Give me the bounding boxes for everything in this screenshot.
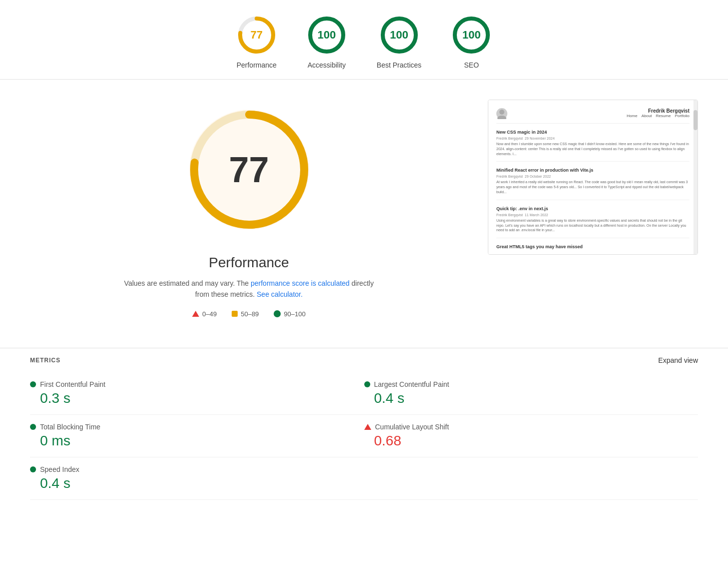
screenshot-header-right: Fredrik Bergqvist Home About Resume Port…: [627, 108, 689, 118]
screenshot-panel: Fredrik Bergqvist Home About Resume Port…: [488, 100, 698, 255]
svg-point-11: [499, 110, 504, 115]
blog-post-text-0: Now and then I stumble upon some new CSS…: [496, 142, 689, 156]
metric-si-icon: [30, 466, 36, 472]
metric-lcp-icon: [364, 381, 370, 387]
metric-tbt-value: 0 ms: [30, 433, 364, 449]
metric-cls-value: 0.68: [364, 433, 698, 449]
blog-post-1: Minified React error in production with …: [496, 168, 689, 200]
metric-tbt-header: Total Blocking Time: [30, 423, 364, 431]
score-circle-best-practices: 100: [379, 15, 419, 55]
metric-lcp-value: 0.4 s: [364, 390, 698, 406]
legend: 0–49 50–89 90–100: [192, 310, 305, 318]
blog-post-text-2: Using environment variables is a great w…: [496, 218, 689, 233]
score-value-seo: 100: [462, 29, 481, 42]
metric-si-label: Speed Index: [40, 465, 80, 473]
metric-fcp-header: First Contentful Paint: [30, 380, 364, 388]
legend-icon-orange: [232, 311, 238, 317]
blog-post-title-0: New CSS magic in 2024: [496, 130, 689, 135]
metric-si-header: Speed Index: [30, 465, 364, 473]
blog-post-text-1: At work I inherited a really old website…: [496, 180, 689, 194]
score-value-accessibility: 100: [317, 29, 336, 42]
legend-label-orange: 50–89: [241, 310, 259, 318]
main-content: 77 Performance Values are estimated and …: [0, 80, 728, 338]
see-calculator-link[interactable]: See calculator.: [257, 290, 303, 298]
metric-tbt-icon: [30, 424, 36, 430]
blog-post-title-1: Minified React error in production with …: [496, 168, 689, 173]
metric-tbt-label: Total Blocking Time: [40, 423, 101, 431]
legend-icon-red: [192, 311, 199, 317]
blog-post-2: Quick tip: .env in next.js Fredrik Bergq…: [496, 206, 689, 238]
legend-item-red: 0–49: [192, 310, 217, 318]
metric-si: Speed Index 0.4 s: [30, 457, 364, 500]
score-label-best-practices: Best Practices: [377, 61, 421, 69]
metric-cls-header: Cumulative Layout Shift: [364, 423, 698, 431]
metric-fcp-value: 0.3 s: [30, 390, 364, 406]
metrics-header: METRICS Expand view: [30, 348, 698, 372]
score-item-accessibility: 100 Accessibility: [307, 15, 347, 69]
perf-title: Performance: [209, 255, 289, 271]
screenshot-content: Fredrik Bergqvist Home About Resume Port…: [488, 100, 697, 254]
metric-cls-icon: [364, 424, 371, 430]
score-item-best-practices: 100 Best Practices: [377, 15, 421, 69]
left-panel: 77 Performance Values are estimated and …: [30, 100, 468, 318]
metric-tbt: Total Blocking Time 0 ms: [30, 415, 364, 457]
score-label-performance: Performance: [237, 61, 277, 69]
metrics-title: METRICS: [30, 357, 61, 364]
screenshot-avatar: [496, 108, 507, 119]
metric-lcp: Largest Contentful Paint 0.4 s: [364, 372, 698, 415]
desc-text-before: Values are estimated and may vary. The: [124, 279, 249, 287]
metric-fcp: First Contentful Paint 0.3 s: [30, 372, 364, 415]
score-circle-accessibility: 100: [307, 15, 347, 55]
large-gauge-number: 77: [229, 149, 269, 190]
metrics-grid: First Contentful Paint 0.3 s Largest Con…: [30, 372, 698, 500]
metrics-section: METRICS Expand view First Contentful Pai…: [0, 348, 728, 500]
blog-post-title-2: Quick tip: .env in next.js: [496, 206, 689, 211]
score-circle-performance: 77: [237, 15, 277, 55]
score-item-seo: 100 SEO: [451, 15, 491, 69]
scroll-thumb: [693, 110, 697, 130]
score-label-seo: SEO: [464, 61, 479, 69]
legend-icon-green: [274, 310, 281, 317]
large-gauge: 77: [179, 100, 319, 240]
metric-lcp-label: Largest Contentful Paint: [374, 380, 449, 388]
blog-post-0: New CSS magic in 2024 Fredrik Bergqvist …: [496, 130, 689, 162]
legend-item-green: 90–100: [274, 310, 305, 318]
blog-post-meta-1: Fredrik Bergqvist 29 October 2022: [496, 175, 689, 178]
nav-home: Home: [627, 114, 637, 118]
legend-label-green: 90–100: [284, 310, 305, 318]
screenshot-nav: Home About Resume Portfolio: [627, 114, 689, 118]
metric-lcp-header: Largest Contentful Paint: [364, 380, 698, 388]
score-item-performance: 77 Performance: [237, 15, 277, 69]
expand-view-button[interactable]: Expand view: [658, 356, 698, 364]
scores-section: 77 Performance 100 Accessibility 100 Bes…: [0, 0, 728, 80]
metric-empty: [364, 457, 698, 500]
blog-post-meta-2: Fredrik Bergqvist 11 March 2022: [496, 213, 689, 217]
metric-fcp-label: First Contentful Paint: [40, 380, 106, 388]
blog-post-meta-0: Fredrik Bergqvist 29 November 2024: [496, 137, 689, 140]
score-circle-seo: 100: [451, 15, 491, 55]
blog-post-title-3: Great HTML5 tags you may have missed: [496, 244, 689, 249]
score-value-performance: 77: [251, 29, 263, 42]
scroll-bar[interactable]: [693, 100, 697, 254]
screenshot-header: Fredrik Bergqvist Home About Resume Port…: [496, 108, 689, 124]
legend-item-orange: 50–89: [232, 310, 259, 318]
screenshot-author-name: Fredrik Bergqvist: [627, 108, 689, 114]
perf-description: Values are estimated and may vary. The p…: [124, 278, 374, 300]
score-value-best-practices: 100: [390, 29, 408, 42]
metric-cls-label: Cumulative Layout Shift: [375, 423, 449, 431]
nav-resume: Resume: [656, 114, 671, 118]
score-label-accessibility: Accessibility: [308, 61, 346, 69]
metric-si-value: 0.4 s: [30, 475, 364, 491]
perf-score-link[interactable]: performance score is calculated: [251, 279, 350, 287]
nav-portfolio: Portfolio: [675, 114, 689, 118]
blog-post-3: Great HTML5 tags you may have missed: [496, 244, 689, 254]
svg-point-12: [497, 116, 506, 119]
metric-fcp-icon: [30, 381, 36, 387]
metric-cls: Cumulative Layout Shift 0.68: [364, 415, 698, 457]
nav-about: About: [641, 114, 652, 118]
legend-label-red: 0–49: [202, 310, 217, 318]
